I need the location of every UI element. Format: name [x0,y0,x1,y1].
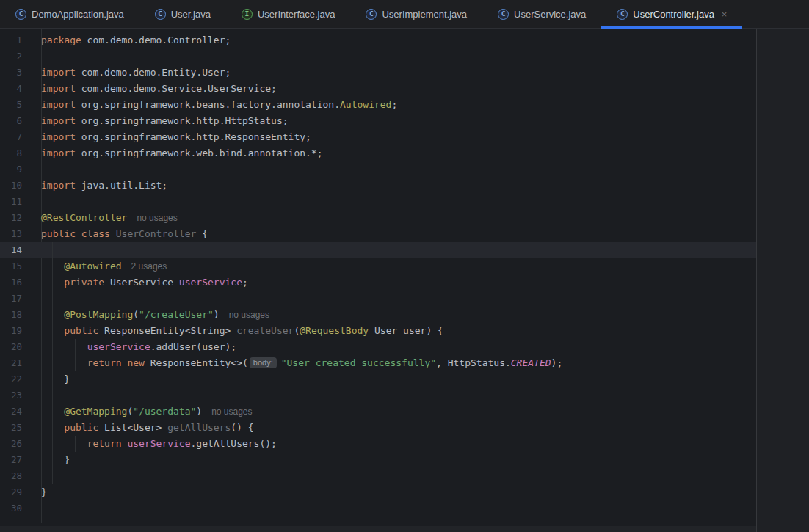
code-line[interactable]: 12@RestControllerno usages [0,210,756,226]
editor-tab[interactable]: IUserInterface.java [226,0,351,28]
code-token: return [87,357,122,368]
code-content: import com.demo.demo.Entity.User; [41,65,756,81]
line-number[interactable]: 17 [0,291,41,307]
class-file-icon: C [366,9,377,20]
editor-tab[interactable]: CUserService.java [482,0,601,28]
code-token: import [41,67,76,78]
line-number[interactable]: 5 [0,97,41,113]
line-number[interactable]: 13 [0,226,41,242]
code-line[interactable]: 11 [0,194,756,210]
code-line[interactable]: 25 public List<User> getAllUsers() { [0,420,756,436]
code-line[interactable]: 15 @Autowired2 usages [0,258,756,274]
code-line[interactable]: 13public class UserController { [0,226,756,242]
line-number[interactable]: 21 [0,355,41,371]
code-line[interactable]: 14 [0,242,756,258]
editor-tab[interactable]: CUser.java [139,0,226,28]
code-token [41,325,64,336]
line-number[interactable]: 1 [0,32,41,48]
code-content: import org.springframework.beans.factory… [41,97,756,113]
code-line[interactable]: 30 [0,500,756,517]
ide-window: CDemoApplication.javaCUser.javaIUserInte… [0,0,809,532]
line-number[interactable]: 2 [0,48,41,65]
code-line[interactable]: 24 @GetMapping("/userdata")no usages [0,404,756,420]
code-line[interactable]: 23 [0,387,756,404]
line-number[interactable]: 16 [0,274,41,291]
code-content [41,161,756,178]
code-line[interactable]: 29} [0,484,756,500]
line-number[interactable]: 30 [0,500,41,517]
line-number[interactable]: 9 [0,161,41,178]
code-content: @RestControllerno usages [41,210,756,226]
line-number[interactable]: 3 [0,65,41,81]
code-line[interactable]: 28 [0,468,756,484]
code-content: } [41,484,756,500]
code-content: public ResponseEntity<String> createUser… [41,323,756,339]
line-number[interactable]: 15 [0,258,41,274]
code-line[interactable]: 2 [0,48,756,65]
line-number[interactable]: 20 [0,339,41,355]
code-token: () { [231,422,253,433]
code-token: com.demo.demo.Entity.User; [76,67,231,78]
code-line[interactable]: 5import org.springframework.beans.factor… [0,97,756,113]
code-content: return userService.getAllUsers(); [41,436,756,452]
line-number[interactable]: 4 [0,81,41,97]
code-content: private UserService userService; [41,274,756,291]
line-number[interactable]: 28 [0,468,41,484]
line-number[interactable]: 22 [0,371,41,387]
line-number[interactable]: 12 [0,210,41,226]
code-token: ( [133,309,139,320]
editor-tab[interactable]: CUserController.java× [601,0,742,28]
code-editor[interactable]: 1package com.demo.demo.Controller;23impo… [0,29,756,526]
code-token: ) [214,309,220,320]
line-number[interactable]: 19 [0,323,41,339]
code-line[interactable]: 26 return userService.getAllUsers(); [0,436,756,452]
code-token: com.demo.demo.Service.UserService; [76,83,277,94]
code-token: public [41,228,76,239]
line-number[interactable]: 10 [0,178,41,194]
tab-close-icon[interactable]: × [722,10,728,19]
line-number[interactable]: 8 [0,145,41,161]
code-line[interactable]: 17 [0,291,756,307]
code-token: public [64,325,98,336]
editor-tab[interactable]: CUserImplement.java [350,0,482,28]
code-line[interactable]: 27 } [0,452,756,468]
code-line[interactable]: 4import com.demo.demo.Service.UserServic… [0,81,756,97]
inlay-hint-parameter-name: body: [250,357,277,368]
editor-tab[interactable]: CDemoApplication.java [0,0,139,28]
code-line[interactable]: 16 private UserService userService; [0,274,756,291]
code-line[interactable]: 1package com.demo.demo.Controller; [0,32,756,48]
line-number[interactable]: 7 [0,129,41,145]
code-line[interactable]: 18 @PostMapping("/createUser")no usages [0,307,756,323]
code-token: , HttpStatus. [436,357,511,368]
bottom-strip [0,526,756,532]
line-number[interactable]: 25 [0,420,41,436]
code-token: { [196,228,208,239]
code-line[interactable]: 10import java.util.List; [0,178,756,194]
code-line[interactable]: 6import org.springframework.http.HttpSta… [0,113,756,129]
code-content [41,500,756,517]
code-line[interactable]: 22 } [0,371,756,387]
code-line[interactable]: 19 public ResponseEntity<String> createU… [0,323,756,339]
line-number[interactable]: 14 [0,242,41,258]
code-content: import org.springframework.web.bind.anno… [41,145,756,161]
tab-bar: CDemoApplication.javaCUser.javaIUserInte… [0,0,809,29]
line-number[interactable]: 11 [0,194,41,210]
line-number[interactable]: 26 [0,436,41,452]
code-token: org.springframework.web.bind.annotation.… [76,147,323,158]
line-number[interactable]: 24 [0,404,41,420]
code-line[interactable]: 3import com.demo.demo.Entity.User; [0,65,756,81]
code-token: import [41,99,76,110]
line-number[interactable]: 6 [0,113,41,129]
code-line[interactable]: 8import org.springframework.web.bind.ann… [0,145,756,161]
line-number[interactable]: 27 [0,452,41,468]
code-line[interactable]: 21 return new ResponseEntity<>(body:"Use… [0,355,756,371]
code-token: org.springframework.http.ResponseEntity; [76,131,311,142]
code-token: private [64,277,104,288]
code-content: userService.addUser(user); [41,339,756,355]
code-line[interactable]: 9 [0,161,756,178]
line-number[interactable]: 29 [0,484,41,500]
line-number[interactable]: 18 [0,307,41,323]
line-number[interactable]: 23 [0,387,41,404]
code-line[interactable]: 7import org.springframework.http.Respons… [0,129,756,145]
code-line[interactable]: 20 userService.addUser(user); [0,339,756,355]
